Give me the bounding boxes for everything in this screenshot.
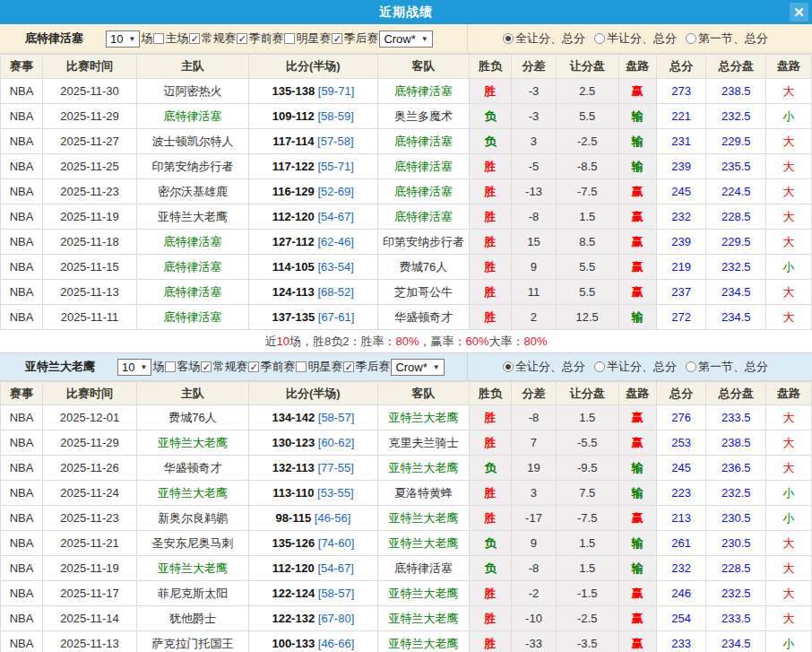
half-score: [67-61] <box>318 310 354 324</box>
checkbox-checked-icon[interactable]: ✓ <box>189 33 200 44</box>
result-cell: 胜 <box>470 581 512 606</box>
diff-cell: 15 <box>512 230 557 255</box>
away-team-cell: 华盛顿奇才 <box>377 305 469 330</box>
radio-unselected-icon[interactable] <box>686 33 696 44</box>
score-cell: 135-138 [59-71] <box>248 79 377 104</box>
table-row: NBA2025-11-18底特律活塞127-112 [62-46]印第安纳步行者… <box>1 230 812 255</box>
total-points-cell: 276 <box>657 405 706 430</box>
checkbox-unchecked-icon[interactable] <box>153 33 164 44</box>
result-cell: 胜 <box>470 154 512 179</box>
games-count-select[interactable]: 10▼ <box>106 30 140 48</box>
stat-type-radio[interactable]: 第一节、总分 <box>686 30 768 47</box>
away-team-cell: 费城76人 <box>377 255 469 280</box>
league-cell: NBA <box>1 606 43 631</box>
stat-type-radio[interactable]: 第一节、总分 <box>686 359 768 375</box>
filter-checkbox[interactable]: 客场 <box>164 359 200 375</box>
checkbox-unchecked-icon[interactable] <box>296 361 307 372</box>
table-row: NBA2025-11-23新奥尔良鹈鹕98-115 [46-56]亚特兰大老鹰胜… <box>1 506 812 531</box>
diff-cell: 19 <box>512 456 557 481</box>
table-row: NBA2025-11-26华盛顿奇才132-113 [77-55]亚特兰大老鹰负… <box>1 456 812 481</box>
diff-cell: -3 <box>512 104 557 129</box>
column-header: 让分盘 <box>556 382 618 405</box>
filter-checkbox[interactable]: 明星赛 <box>283 30 331 47</box>
dropdown-arrow-icon: ▼ <box>433 363 440 371</box>
close-icon[interactable]: ✕ <box>790 3 808 22</box>
summary-text: 场，胜8负2：胜率： <box>289 334 395 350</box>
checkbox-checked-icon[interactable]: ✓ <box>201 361 212 372</box>
over-under-cell: 大 <box>766 430 812 456</box>
radio-unselected-icon[interactable] <box>594 33 605 44</box>
score-cell: 112-120 [54-67] <box>248 556 377 581</box>
away-team-cell: 底特律活塞 <box>377 204 469 230</box>
date-cell: 2025-12-01 <box>43 405 137 430</box>
handicap-result-cell: 赢 <box>618 255 657 280</box>
checkbox-checked-icon[interactable]: ✓ <box>343 361 354 372</box>
stat-type-radio-group: 全让分、总分半让分、总分第一节、总分 <box>467 24 812 53</box>
handicap-line-cell: -3.5 <box>556 631 618 652</box>
half-score: [54-67] <box>317 561 353 575</box>
table-row: NBA2025-11-14犹他爵士122-132 [67-80]亚特兰大老鹰胜-… <box>1 606 812 631</box>
league-cell: NBA <box>1 531 43 556</box>
radio-selected-icon[interactable] <box>503 33 514 44</box>
diff-cell: -33 <box>512 631 557 652</box>
score-cell: 122-124 [58-57] <box>248 581 377 606</box>
home-team-cell: 亚特兰大老鹰 <box>137 481 249 506</box>
filter-checkbox[interactable]: ✓常规赛 <box>200 359 247 375</box>
handicap-result-cell: 赢 <box>618 631 657 652</box>
full-score: 122-124 <box>272 587 315 600</box>
stat-type-radio[interactable]: 半让分、总分 <box>594 30 677 47</box>
table-header-row: 赛事比赛时间主队比分(半场)客队胜负分差让分盘盘路总分总分盘盘路 <box>1 55 812 79</box>
handicap-line-cell: 5.5 <box>556 255 618 280</box>
stat-type-radio[interactable]: 全让分、总分 <box>503 30 585 47</box>
diff-cell: -10 <box>512 606 557 631</box>
total-points-cell: 273 <box>657 79 706 104</box>
filter-checkbox-label: 常规赛 <box>212 359 247 375</box>
stat-type-radio-label: 第一节、总分 <box>698 359 768 375</box>
filter-checkbox[interactable]: ✓季前赛 <box>236 30 283 47</box>
stat-type-radio[interactable]: 全让分、总分 <box>503 359 585 375</box>
filter-checkbox[interactable]: ✓常规赛 <box>188 30 236 47</box>
filter-checkbox[interactable]: 主场 <box>152 30 188 47</box>
checkbox-checked-icon[interactable]: ✓ <box>248 361 259 372</box>
date-cell: 2025-11-11 <box>43 305 137 330</box>
filter-checkbox[interactable]: ✓季后赛 <box>342 359 390 375</box>
league-cell: NBA <box>1 556 43 581</box>
handicap-result-cell: 赢 <box>618 581 657 606</box>
checkbox-checked-icon[interactable]: ✓ <box>237 33 247 44</box>
checkbox-unchecked-icon[interactable] <box>165 361 176 372</box>
radio-selected-icon[interactable] <box>503 361 514 372</box>
filter-checkbox[interactable]: 明星赛 <box>295 359 342 375</box>
stat-mode-select[interactable]: Crow*▼ <box>379 30 432 48</box>
column-header: 主队 <box>137 55 249 79</box>
handicap-result-cell: 赢 <box>618 506 657 531</box>
stat-type-radio[interactable]: 半让分、总分 <box>594 359 677 375</box>
handicap-result-cell: 输 <box>618 531 657 556</box>
home-team-cell: 亚特兰大老鹰 <box>137 204 249 230</box>
filter-checkbox[interactable]: ✓季后赛 <box>331 30 378 47</box>
away-team-cell: 亚特兰大老鹰 <box>377 405 469 430</box>
date-cell: 2025-11-13 <box>43 631 137 652</box>
result-cell: 胜 <box>470 79 512 104</box>
radio-unselected-icon[interactable] <box>594 361 605 372</box>
checkbox-checked-icon[interactable]: ✓ <box>332 33 342 44</box>
total-line-cell: 229.5 <box>706 129 766 154</box>
stat-mode-select[interactable]: Crow*▼ <box>391 359 444 376</box>
radio-unselected-icon[interactable] <box>686 361 696 372</box>
diff-cell: -2 <box>512 581 557 606</box>
half-score: [46-66] <box>318 637 354 650</box>
home-team-cell: 底特律活塞 <box>137 104 249 129</box>
league-cell: NBA <box>1 230 43 255</box>
diff-cell: 9 <box>512 531 557 556</box>
table-row: NBA2025-11-13底特律活塞124-113 [68-52]芝加哥公牛胜1… <box>1 280 812 305</box>
games-count-select[interactable]: 10▼ <box>117 359 151 376</box>
checkbox-unchecked-icon[interactable] <box>284 33 295 44</box>
games-suffix-label: 场 <box>141 30 152 47</box>
away-team-cell: 亚特兰大老鹰 <box>377 456 469 481</box>
handicap-result-cell: 输 <box>618 556 657 581</box>
total-points-cell: 237 <box>657 280 706 305</box>
total-points-cell: 219 <box>657 255 706 280</box>
table-row: NBA2025-11-13萨克拉门托国王100-133 [46-66]亚特兰大老… <box>1 631 812 652</box>
full-score: 100-133 <box>272 637 315 650</box>
home-team-cell: 萨克拉门托国王 <box>137 631 249 652</box>
filter-checkbox[interactable]: ✓季前赛 <box>247 359 295 375</box>
